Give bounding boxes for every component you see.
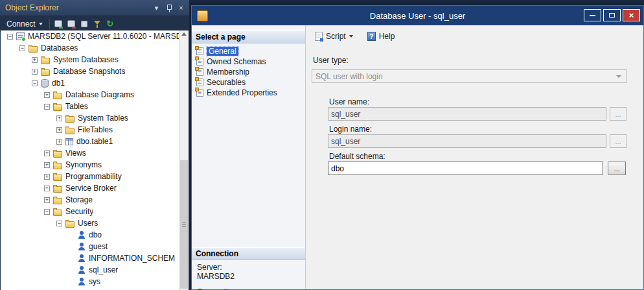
connection-info: Server: MARSDB2 Connection: [197,263,303,290]
connect-database-icon[interactable] [52,18,64,30]
collapse-icon[interactable]: − [32,80,38,86]
scroll-up-icon[interactable] [181,32,187,36]
collapse-icon[interactable]: − [19,45,25,51]
panel-title: Object Explorer [5,3,151,12]
expand-icon[interactable]: + [44,151,50,156]
dialog-app-icon [197,10,208,21]
collapse-icon[interactable]: − [44,209,50,215]
page-item-label: Extended Properties [207,88,277,97]
tree-item[interactable]: +Database Diagrams [1,89,179,101]
tree-item-label: System Databases [53,55,119,64]
tree-item-label: sql_user [89,265,118,274]
maximize-button[interactable] [603,9,621,21]
tree-item[interactable]: +System Tables [1,112,179,124]
disconnect-icon[interactable] [65,18,77,30]
filter-icon[interactable] [91,18,103,30]
tree-item[interactable]: −Users [1,217,179,229]
tree-item[interactable]: −Databases [1,42,179,54]
tree-item[interactable]: −db1 [1,77,179,89]
close-button[interactable]: × [623,9,640,21]
tree-item[interactable]: +Service Broker [1,182,179,194]
tree-item-label: sys [89,277,100,286]
page-icon [196,47,203,55]
tree-item[interactable]: guest [1,241,179,252]
database-user-dialog: Database User - sql_user × Select a page… [191,5,644,290]
tree-item[interactable]: −Security [1,206,179,217]
tree-item[interactable]: +Programmability [1,171,179,182]
tree-item[interactable]: +Synonyms [1,159,179,171]
tree-item[interactable]: +Database Snapshots [1,66,179,77]
expand-icon[interactable]: + [44,186,50,191]
expand-icon[interactable]: + [32,69,38,75]
tree-item[interactable]: −Tables [1,101,179,112]
expand-icon[interactable]: + [56,115,62,121]
window-position-menu-icon[interactable]: ▾ [151,3,162,13]
refresh-icon[interactable] [104,18,116,30]
tree-item[interactable]: dbo [1,229,179,241]
expand-icon[interactable]: + [56,139,62,145]
expand-icon[interactable]: + [44,174,50,180]
user-icon [78,254,86,262]
close-icon[interactable]: × [176,3,187,13]
stop-icon[interactable] [78,18,90,30]
user-icon [78,278,86,285]
help-icon [367,32,376,41]
folder-icon [41,58,50,64]
page-icon [196,58,203,66]
chevron-down-icon [39,23,43,25]
tree-item[interactable]: +Storage [1,194,179,206]
folder-icon [41,69,50,76]
app-root: { "object_explorer": { "title": "Object … [0,0,644,290]
tree-item[interactable]: +Views [1,147,179,159]
page-icon [196,79,203,86]
folder-icon [65,221,75,228]
tree-item-label: Tables [65,102,88,111]
dialog-titlebar[interactable]: Database User - sql_user × [192,6,643,25]
expand-icon[interactable]: + [56,127,62,133]
chevron-down-icon[interactable] [349,35,353,38]
tree-item[interactable]: sys [1,276,179,287]
collapse-icon[interactable]: − [7,34,13,40]
minimize-button[interactable] [584,9,601,21]
tree-item[interactable]: −MARSDB2 (SQL Server 11.0.6020 - MARSD [1,30,179,42]
page-item-label: Membership [207,67,249,77]
expand-icon[interactable]: + [44,197,50,203]
tree-item-label: dbo [89,230,102,239]
minimize-icon [590,15,595,16]
maximize-icon [609,13,615,18]
tree-item-label: Database Snapshots [53,67,125,76]
page-item-membership[interactable]: Membership [192,67,305,77]
help-button[interactable]: Help [365,30,398,43]
connect-button[interactable]: Connect [3,18,47,30]
tree-item[interactable]: sql_user [1,264,179,276]
page-item-securables[interactable]: Securables [192,77,305,88]
server-value: MARSDB2 [197,272,303,281]
page-item-label: General [207,47,238,56]
collapse-icon[interactable]: − [56,221,62,226]
default-schema-browse-button[interactable]: ... [608,162,626,175]
user-name-field [328,107,606,121]
tree-item[interactable]: +dbo.table1 [1,136,179,147]
folder-icon [53,175,62,181]
toolbar-separator [49,19,50,29]
tree-scrollbar[interactable] [179,30,189,290]
folder-icon [53,210,62,216]
tree-item[interactable]: +System Databases [1,54,179,66]
page-item-owned-schemas[interactable]: Owned Schemas [192,56,305,67]
page-item-general[interactable]: General [192,46,305,56]
script-label: Script [326,32,346,41]
scrollbar-thumb[interactable] [180,160,188,289]
tree-item[interactable]: +FileTables [1,124,179,136]
expand-icon[interactable]: + [32,57,38,63]
connection-header: Connection [192,247,305,260]
tree-item[interactable]: INFORMATION_SCHEM [1,252,179,264]
object-explorer-toolbar: Connect [0,16,189,32]
page-item-extended-properties[interactable]: Extended Properties [192,88,305,98]
script-button[interactable]: Script [312,30,356,43]
expand-icon[interactable]: + [44,92,50,98]
pin-icon[interactable] [163,3,174,13]
default-schema-field[interactable] [328,162,603,175]
tree-item-label: System Tables [78,114,128,123]
collapse-icon[interactable]: − [44,104,50,110]
expand-icon[interactable]: + [44,162,50,168]
